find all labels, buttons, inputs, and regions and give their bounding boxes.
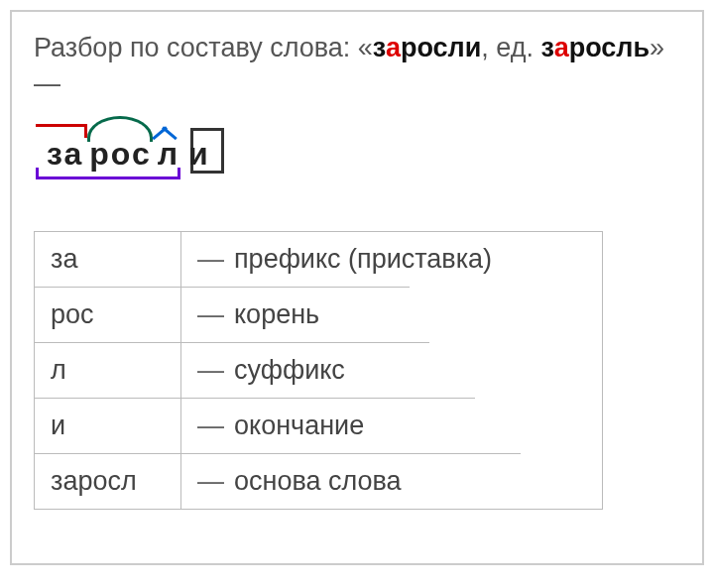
dash-icon: — — [197, 466, 224, 497]
desc-text: основа слова — [234, 466, 402, 497]
word2-p1: з — [541, 33, 554, 62]
segment-root: рос — [86, 138, 154, 170]
segment-suffix: л — [155, 138, 182, 170]
close-quote: » — [650, 33, 664, 62]
desc-text: суффикс — [234, 355, 345, 386]
table-row: рос — корень — [35, 287, 602, 342]
desc-cell: — префикс (приставка) — [181, 232, 602, 287]
table-row: л — суффикс — [35, 342, 602, 398]
desc-text: префикс (приставка) — [234, 244, 492, 275]
table-row: и — окончание — [35, 398, 602, 453]
dash-icon: — — [197, 411, 224, 441]
desc-cell: — окончание — [181, 398, 475, 453]
dash-icon: — — [197, 244, 224, 275]
intro-text: Разбор по составу слова: «заросли, ед. з… — [34, 30, 680, 102]
word1-p2: росли — [401, 33, 481, 62]
dash-icon: — — [197, 355, 224, 386]
dash-icon: — — [197, 299, 224, 330]
word2-p2: росль — [569, 33, 650, 62]
table-row: заросл — основа слова — [35, 453, 602, 509]
morph-cell: и — [35, 398, 181, 453]
segment-prefix: за — [44, 138, 86, 170]
intro-prefix: Разбор по составу слова: « — [34, 33, 373, 62]
word2-accent: а — [554, 33, 569, 62]
word1-accent: а — [386, 33, 401, 62]
desc-cell: — основа слова — [181, 453, 521, 509]
word1-p1: з — [373, 33, 386, 62]
morpheme-diagram: заросли — [40, 132, 680, 172]
desc-cell: — корень — [181, 287, 410, 342]
desc-text: корень — [234, 299, 319, 330]
intro-sep: , ед. — [481, 33, 540, 62]
segment-ending: и — [182, 138, 218, 170]
morpheme-table: за — префикс (приставка) рос — корень л … — [34, 231, 603, 510]
suffix-caret-marker — [151, 118, 180, 138]
morph-cell: за — [35, 232, 181, 287]
desc-cell: — суффикс — [181, 342, 429, 398]
morph-cell: рос — [35, 287, 181, 342]
table-row: за — префикс (приставка) — [35, 232, 602, 287]
morph-cell: л — [35, 342, 181, 398]
content-card: Разбор по составу слова: «заросли, ед. з… — [10, 10, 704, 565]
desc-text: окончание — [234, 411, 364, 441]
morph-cell: заросл — [35, 453, 181, 509]
trailing-dash: — — [34, 68, 60, 98]
diagram-word: заросли — [40, 132, 222, 172]
